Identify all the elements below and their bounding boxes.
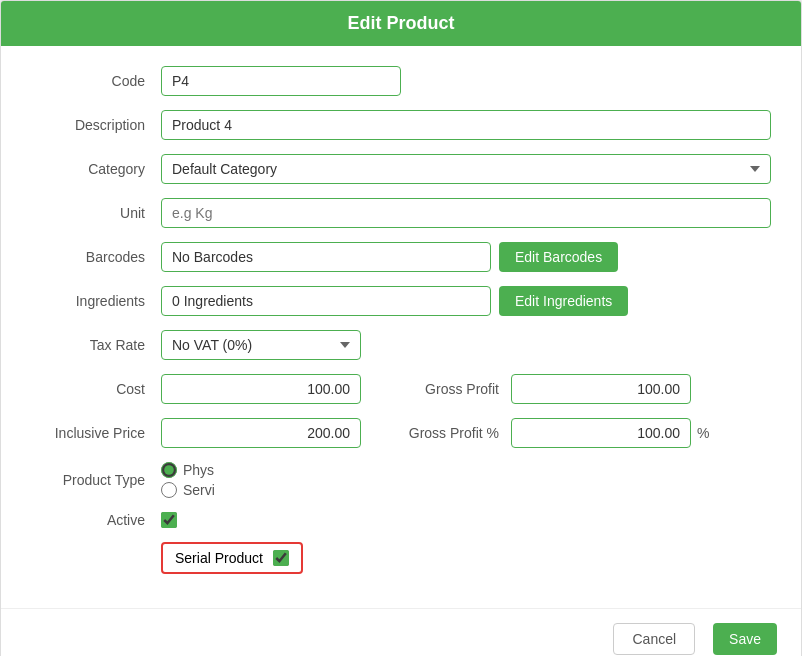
code-input[interactable] [161,66,401,96]
gross-profit-pct-label: Gross Profit % [401,425,511,441]
barcodes-label: Barcodes [31,249,161,265]
serial-product-label: Serial Product [175,550,263,566]
gross-profit-pct-input[interactable] [511,418,691,448]
edit-ingredients-button[interactable]: Edit Ingredients [499,286,628,316]
cost-input[interactable] [161,374,361,404]
gross-profit-pct-wrap: % [511,418,709,448]
modal-body: Code Description Category Default Catego… [1,46,801,608]
product-type-service-radio[interactable] [161,482,177,498]
modal-header: Edit Product [1,1,801,46]
taxrate-row: Tax Rate No VAT (0%) [31,330,771,360]
category-label: Category [31,161,161,177]
barcodes-row: Barcodes Edit Barcodes [31,242,771,272]
gross-profit-section: Gross Profit [401,374,691,404]
inclusive-grosspct-row: Inclusive Price Gross Profit % % [31,418,771,448]
code-row: Code [31,66,771,96]
cost-grossprofit-row: Cost Gross Profit [31,374,771,404]
percent-sign: % [697,425,709,441]
gross-profit-input[interactable] [511,374,691,404]
serial-product-row: Serial Product [31,542,771,574]
edit-barcodes-button[interactable]: Edit Barcodes [499,242,618,272]
category-select[interactable]: Default Category [161,154,771,184]
unit-input[interactable] [161,198,771,228]
gross-profit-pct-section: Gross Profit % % [401,418,709,448]
edit-product-modal: Edit Product Code Description Category D… [0,0,802,656]
product-type-group: Phys Servi [161,462,215,498]
modal-title: Edit Product [348,13,455,33]
ingredients-row: Ingredients Edit Ingredients [31,286,771,316]
product-type-physical-label: Phys [183,462,214,478]
product-type-service-row: Servi [161,482,215,498]
cancel-button[interactable]: Cancel [613,623,695,655]
code-label: Code [31,73,161,89]
barcodes-input[interactable] [161,242,491,272]
product-type-physical-row: Phys [161,462,215,478]
ingredients-input[interactable] [161,286,491,316]
save-button[interactable]: Save [713,623,777,655]
inclusive-price-label: Inclusive Price [31,425,161,441]
description-input[interactable] [161,110,771,140]
active-label: Active [31,512,161,528]
active-checkbox[interactable] [161,512,177,528]
product-type-row: Product Type Phys Servi [31,462,771,498]
product-type-physical-radio[interactable] [161,462,177,478]
cost-label: Cost [31,381,161,397]
inclusive-price-input[interactable] [161,418,361,448]
modal-footer: Cancel Save [1,608,801,656]
active-row: Active [31,512,771,528]
description-row: Description [31,110,771,140]
taxrate-label: Tax Rate [31,337,161,353]
product-type-service-label: Servi [183,482,215,498]
serial-product-box: Serial Product [161,542,303,574]
gross-profit-label: Gross Profit [401,381,511,397]
unit-row: Unit [31,198,771,228]
taxrate-select[interactable]: No VAT (0%) [161,330,361,360]
serial-product-checkbox[interactable] [273,550,289,566]
product-type-label: Product Type [31,472,161,488]
category-row: Category Default Category [31,154,771,184]
ingredients-label: Ingredients [31,293,161,309]
description-label: Description [31,117,161,133]
unit-label: Unit [31,205,161,221]
